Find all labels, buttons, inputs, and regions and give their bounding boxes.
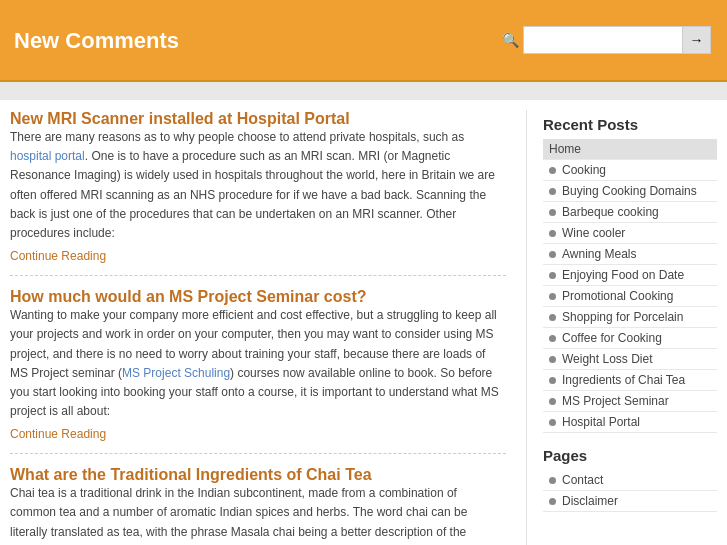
- bullet-icon: [549, 188, 556, 195]
- search-bar: 🔍 →: [502, 26, 711, 54]
- sidebar-recent-post-item[interactable]: Cooking: [543, 160, 717, 181]
- pages-heading: Pages: [543, 447, 717, 464]
- sidebar-page-link[interactable]: Disclaimer: [562, 494, 618, 508]
- sidebar-post-link[interactable]: Weight Loss Diet: [562, 352, 653, 366]
- content-wrap: New MRI Scanner installed at Hospital Po…: [0, 100, 727, 545]
- search-button[interactable]: →: [683, 26, 711, 54]
- bullet-icon: [549, 477, 556, 484]
- sidebar-recent-post-item[interactable]: Shopping for Porcelain: [543, 307, 717, 328]
- bullet-icon: [549, 209, 556, 216]
- bullet-icon: [549, 293, 556, 300]
- sidebar-post-link[interactable]: Hospital Portal: [562, 415, 640, 429]
- sidebar: Recent Posts HomeCookingBuying Cooking D…: [527, 110, 717, 545]
- continue-reading-link[interactable]: Continue Reading: [10, 427, 106, 441]
- bullet-icon: [549, 314, 556, 321]
- post-inline-link[interactable]: MS Project Schuling: [122, 366, 230, 380]
- post-item: What are the Traditional Ingredients of …: [10, 466, 506, 545]
- sidebar-recent-post-item[interactable]: MS Project Seminar: [543, 391, 717, 412]
- pages-list: ContactDisclaimer: [543, 470, 717, 512]
- sidebar-recent-post-item[interactable]: Home: [543, 139, 717, 160]
- bullet-icon: [549, 419, 556, 426]
- search-input[interactable]: [523, 26, 683, 54]
- sidebar-recent-post-item[interactable]: Ingredients of Chai Tea: [543, 370, 717, 391]
- sidebar-post-link[interactable]: Enjoying Food on Date: [562, 268, 684, 282]
- sidebar-page-item[interactable]: Contact: [543, 470, 717, 491]
- search-icon: 🔍: [502, 32, 519, 48]
- bullet-icon: [549, 230, 556, 237]
- sidebar-page-link[interactable]: Contact: [562, 473, 603, 487]
- sidebar-recent-post-item[interactable]: Coffee for Cooking: [543, 328, 717, 349]
- bullet-icon: [549, 377, 556, 384]
- bullet-icon: [549, 272, 556, 279]
- recent-posts-list: HomeCookingBuying Cooking DomainsBarbequ…: [543, 139, 717, 433]
- sidebar-recent-post-item[interactable]: Buying Cooking Domains: [543, 181, 717, 202]
- post-inline-link[interactable]: hospital portal: [10, 149, 85, 163]
- sidebar-recent-post-item[interactable]: Promotional Cooking: [543, 286, 717, 307]
- recent-posts-heading: Recent Posts: [543, 116, 717, 133]
- sidebar-post-link[interactable]: Barbeque cooking: [562, 205, 659, 219]
- bullet-icon: [549, 498, 556, 505]
- sidebar-recent-post-item[interactable]: Awning Meals: [543, 244, 717, 265]
- sidebar-post-link[interactable]: Shopping for Porcelain: [562, 310, 683, 324]
- header: New Comments 🔍 →: [0, 0, 727, 80]
- sidebar-post-link[interactable]: Promotional Cooking: [562, 289, 673, 303]
- sidebar-recent-post-item[interactable]: Hospital Portal: [543, 412, 717, 433]
- sidebar-post-link[interactable]: Cooking: [562, 163, 606, 177]
- sidebar-post-link[interactable]: Wine cooler: [562, 226, 625, 240]
- post-body: Chai tea is a traditional drink in the I…: [10, 484, 506, 545]
- sidebar-recent-post-item[interactable]: Barbeque cooking: [543, 202, 717, 223]
- post-title[interactable]: New MRI Scanner installed at Hospital Po…: [10, 110, 350, 127]
- bullet-icon: [549, 398, 556, 405]
- nav-bar: [0, 80, 727, 100]
- post-item: How much would an MS Project Seminar cos…: [10, 288, 506, 454]
- post-body: There are many reasons as to why people …: [10, 128, 506, 243]
- post-item: New MRI Scanner installed at Hospital Po…: [10, 110, 506, 276]
- sidebar-post-link[interactable]: Home: [549, 142, 581, 156]
- sidebar-post-link[interactable]: Awning Meals: [562, 247, 636, 261]
- bullet-icon: [549, 335, 556, 342]
- sidebar-post-link[interactable]: MS Project Seminar: [562, 394, 669, 408]
- bullet-icon: [549, 251, 556, 258]
- bullet-icon: [549, 167, 556, 174]
- sidebar-recent-post-item[interactable]: Weight Loss Diet: [543, 349, 717, 370]
- sidebar-post-link[interactable]: Coffee for Cooking: [562, 331, 662, 345]
- sidebar-recent-post-item[interactable]: Enjoying Food on Date: [543, 265, 717, 286]
- main-content: New MRI Scanner installed at Hospital Po…: [10, 110, 527, 545]
- post-title[interactable]: What are the Traditional Ingredients of …: [10, 466, 372, 483]
- sidebar-post-link[interactable]: Ingredients of Chai Tea: [562, 373, 685, 387]
- sidebar-recent-post-item[interactable]: Wine cooler: [543, 223, 717, 244]
- post-body: Wanting to make your company more effici…: [10, 306, 506, 421]
- sidebar-post-link[interactable]: Buying Cooking Domains: [562, 184, 697, 198]
- sidebar-page-item[interactable]: Disclaimer: [543, 491, 717, 512]
- bullet-icon: [549, 356, 556, 363]
- continue-reading-link[interactable]: Continue Reading: [10, 249, 106, 263]
- post-title[interactable]: How much would an MS Project Seminar cos…: [10, 288, 367, 305]
